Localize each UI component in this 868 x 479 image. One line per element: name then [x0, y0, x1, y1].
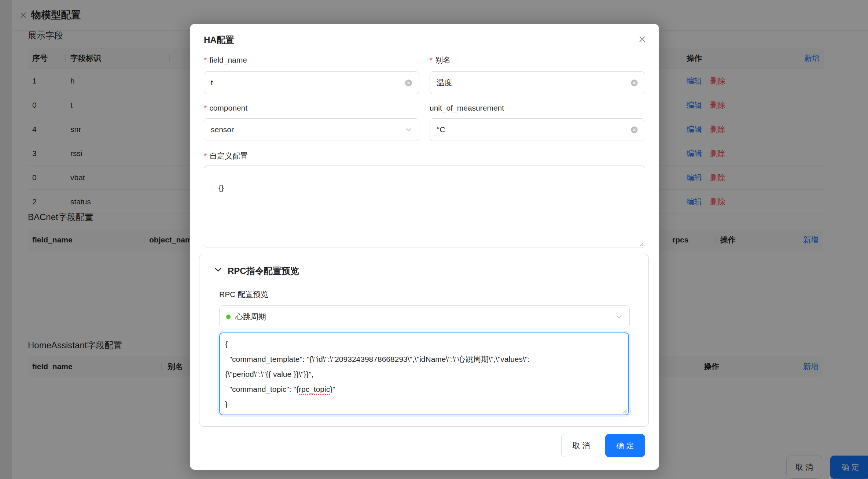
component-select[interactable]: sensor: [204, 118, 419, 141]
unit-input[interactable]: °C: [430, 118, 645, 141]
rpc-json-textarea[interactable]: { "command_template": "{\"id\":\"2093243…: [219, 333, 629, 415]
custom-config-label: * 自定义配置: [204, 151, 248, 161]
collapse-expanded-icon[interactable]: [213, 265, 223, 275]
field-name-input[interactable]: t: [204, 71, 419, 94]
chevron-down-icon: [405, 126, 412, 133]
clear-icon[interactable]: [630, 126, 638, 134]
unit-label: unit_of_measurement: [430, 103, 504, 113]
rpc-preview-label: RPC 配置预览: [219, 289, 268, 299]
modal-cancel-button[interactable]: 取 消: [561, 434, 601, 457]
clear-icon[interactable]: [405, 79, 412, 87]
required-asterisk: *: [204, 55, 207, 65]
status-dot: [226, 315, 231, 319]
clear-icon[interactable]: [630, 79, 638, 87]
required-asterisk: *: [430, 55, 433, 65]
modal-title: HA配置: [204, 34, 234, 46]
rpc-collapse-title: RPC指令配置预览: [228, 265, 299, 277]
required-asterisk: *: [204, 151, 207, 161]
alias-label: * 别名: [430, 55, 450, 65]
field-name-label: * field_name: [204, 55, 247, 65]
screen: { "page": { "title": "物模型配置", "sections"…: [0, 0, 868, 479]
modal-close-icon[interactable]: [636, 33, 649, 46]
modal-confirm-button[interactable]: 确 定: [605, 434, 645, 457]
component-label: * component: [204, 103, 247, 113]
ha-config-modal: HA配置 * field_name * 别名 t 温度 * component …: [190, 24, 659, 470]
custom-config-textarea[interactable]: {}: [204, 166, 645, 248]
required-asterisk: *: [204, 103, 207, 113]
spellcheck-underline: rpc_topic: [299, 385, 330, 395]
chevron-down-icon: [615, 313, 623, 320]
resize-grip-icon[interactable]: [621, 407, 627, 413]
rpc-command-select[interactable]: 心跳周期: [219, 305, 630, 328]
rpc-preview-collapse: RPC指令配置预览 RPC 配置预览 心跳周期 { "command_templ…: [199, 254, 649, 427]
resize-grip-icon[interactable]: [637, 240, 644, 246]
alias-input[interactable]: 温度: [430, 71, 645, 94]
